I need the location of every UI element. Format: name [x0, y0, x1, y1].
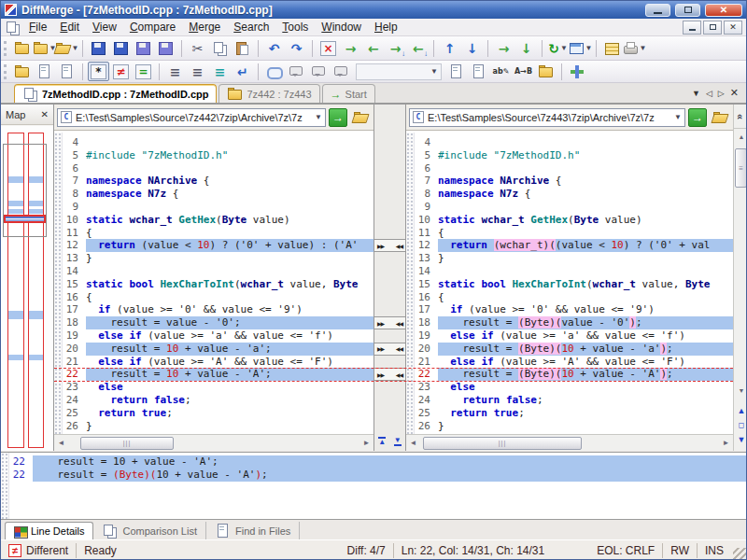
- resize-grip[interactable]: [733, 548, 746, 560]
- map-diff-band[interactable]: [8, 355, 23, 360]
- save-button[interactable]: [88, 38, 109, 58]
- left-code-line-12[interactable]: 12 return (value < 10) ? ('0' + value) :…: [63, 239, 374, 252]
- convert-case-button[interactable]: A→B: [513, 62, 534, 81]
- restore-button[interactable]: [675, 4, 700, 17]
- tab-close-button[interactable]: ✕: [730, 87, 739, 99]
- copy-to-right-button[interactable]: ▶▶: [377, 243, 384, 249]
- map-overview[interactable]: [1, 126, 53, 451]
- apply-all-right-button[interactable]: →: [493, 38, 514, 58]
- reload-left-file-button[interactable]: [34, 62, 55, 81]
- scroll-right-arrow[interactable]: ►: [719, 439, 733, 447]
- apply-right-and-next-button[interactable]: →↓: [385, 38, 406, 58]
- ruleset-combobox[interactable]: ▼: [356, 63, 442, 80]
- right-code-line-18[interactable]: 18 result = (Byte)(value - '0');: [416, 316, 733, 329]
- reload-button[interactable]: ↻▼: [547, 38, 569, 58]
- scroll-down-arrow[interactable]: ▼: [734, 385, 747, 398]
- scroll-left-arrow[interactable]: ◄: [54, 439, 68, 447]
- right-code-line-15[interactable]: 15static bool HexCharToInt(wchar_t value…: [416, 278, 733, 291]
- menu-window[interactable]: Window: [315, 20, 368, 35]
- options-button[interactable]: ▼: [570, 38, 591, 58]
- open-file-diff-button-2[interactable]: [11, 62, 33, 81]
- right-code-line-5[interactable]: 5#include "7zMethodID.h": [416, 149, 733, 162]
- document-tab-3[interactable]: →Start: [322, 84, 375, 103]
- previous-annotation-button[interactable]: [286, 62, 307, 81]
- left-code-line-22[interactable]: 22 result = 10 + value - 'A';: [63, 368, 374, 381]
- right-code-line-21[interactable]: 21 else if (value >= 'A' && value <= 'F'…: [416, 356, 733, 369]
- four-way-arrows-button[interactable]: [567, 62, 588, 81]
- show-pilcrow-button[interactable]: [263, 62, 285, 81]
- copy-to-left-button[interactable]: ◀◀: [396, 320, 402, 327]
- right-code-line-6[interactable]: 6: [416, 162, 733, 175]
- copy-to-right-button[interactable]: ▶▶: [377, 345, 384, 352]
- map-diff-band[interactable]: [8, 311, 23, 319]
- map-close-icon[interactable]: ✕: [41, 109, 49, 119]
- left-code-line-17[interactable]: 17 if (value >= '0' && value <= '9'): [63, 303, 374, 316]
- menu-edit[interactable]: Edit: [53, 20, 86, 35]
- left-code-line-10[interactable]: 10static wchar_t GetHex(Byte value): [63, 214, 374, 227]
- left-code-line-14[interactable]: 14: [63, 265, 374, 278]
- save-all-button[interactable]: [155, 38, 176, 58]
- show-whitespace-button[interactable]: ≡: [209, 62, 231, 81]
- right-code-line-9[interactable]: 9: [416, 201, 733, 214]
- chevron-down-icon[interactable]: ▼: [560, 44, 568, 52]
- reload-right-file-button[interactable]: [56, 62, 78, 81]
- ignore-leading-whitespace-button[interactable]: ≡: [164, 62, 186, 81]
- left-code-line-23[interactable]: 23 else: [63, 381, 374, 394]
- right-code-line-4[interactable]: 4: [416, 136, 733, 149]
- ignore-trailing-whitespace-button[interactable]: ≡: [187, 62, 208, 81]
- right-code-line-11[interactable]: 11{: [416, 227, 733, 240]
- scroll-left-arrow[interactable]: ◄: [406, 439, 420, 447]
- right-path-field[interactable]: C E:\Test\Samples\Source\7z443\7zip\Arch…: [409, 108, 685, 127]
- open-file-diff-button[interactable]: [11, 38, 33, 58]
- chevron-down-icon[interactable]: ▼: [640, 44, 647, 52]
- copy-to-left-button[interactable]: ◀◀: [396, 243, 402, 249]
- toolbar-grip[interactable]: [4, 64, 7, 79]
- right-code-line-7[interactable]: 7namespace NArchive {: [416, 175, 733, 188]
- save-as-button[interactable]: [110, 38, 132, 58]
- left-code-line-5[interactable]: 5#include "7zMethodID.h": [63, 149, 374, 162]
- find-next-button[interactable]: [445, 62, 467, 81]
- right-code-line-19[interactable]: 19 else if (value >= 'a' && value <= 'f'…: [416, 329, 733, 343]
- go-to-bottom-button[interactable]: ▼: [394, 437, 402, 446]
- left-load-button[interactable]: →: [329, 108, 347, 127]
- left-code-line-26[interactable]: 26}: [63, 420, 374, 433]
- right-code-line-16[interactable]: 16{: [416, 291, 733, 304]
- right-code-line-26[interactable]: 26}: [416, 420, 733, 433]
- left-code-line-7[interactable]: 7namespace NArchive {: [63, 175, 374, 188]
- map-diff-band[interactable]: [29, 355, 43, 360]
- mdi-restore-button[interactable]: [703, 21, 722, 35]
- chevron-down-icon[interactable]: ▼: [72, 44, 79, 52]
- document-tab-1[interactable]: 7zMethodID.cpp : 7zMethodID.cpp: [14, 84, 217, 103]
- soft-wrap-button[interactable]: ↵: [232, 62, 253, 81]
- left-code-line-8[interactable]: 8namespace N7z {: [63, 188, 374, 201]
- show-different-lines-button[interactable]: ≠: [110, 62, 132, 81]
- left-code-line-6[interactable]: 6: [63, 162, 374, 175]
- mdi-close-button[interactable]: ✕: [724, 21, 742, 35]
- document-tab-2[interactable]: 7z442 : 7z443: [218, 84, 319, 103]
- left-code-line-19[interactable]: 19 else if (value >= 'a' && value <= 'f'…: [63, 329, 374, 343]
- tab-scroll-left-button[interactable]: ◁: [706, 89, 712, 98]
- left-code-line-16[interactable]: 16{: [63, 291, 374, 304]
- scroll-right-arrow[interactable]: ►: [359, 439, 374, 447]
- right-code-editor[interactable]: 45#include "7zMethodID.h"67namespace NAr…: [416, 133, 733, 434]
- left-code-line-25[interactable]: 25 return true;: [63, 407, 374, 420]
- previous-diff-button[interactable]: ▲: [734, 405, 747, 416]
- apply-left-and-next-button[interactable]: →↓: [407, 38, 429, 58]
- open-folder-diff-button[interactable]: ▼: [34, 38, 55, 58]
- left-code-line-24[interactable]: 24 return false;: [63, 394, 374, 407]
- scroll-up-arrow[interactable]: ▲: [734, 131, 747, 144]
- right-code-line-25[interactable]: 25 return true;: [416, 407, 733, 420]
- open-file-button[interactable]: ▼: [56, 38, 78, 58]
- left-code-line-21[interactable]: 21 else if (value >= 'A' && value <= 'F'…: [63, 356, 374, 369]
- next-annotation-button[interactable]: [308, 62, 330, 81]
- find-annotation-button[interactable]: [331, 62, 352, 81]
- copy-to-right-button[interactable]: ▶▶: [377, 320, 384, 327]
- toolbar-grip[interactable]: [4, 41, 7, 56]
- right-code-line-13[interactable]: 13}: [416, 252, 733, 265]
- copy-to-left-button[interactable]: ◀◀: [396, 345, 402, 352]
- current-diff-button[interactable]: ◻: [734, 420, 747, 431]
- left-code-line-15[interactable]: 15static bool HexCharToInt(wchar_t value…: [63, 278, 374, 291]
- find-previous-button[interactable]: [468, 62, 489, 81]
- undo-button[interactable]: ↶: [263, 38, 285, 58]
- print-button[interactable]: ▼: [624, 38, 645, 58]
